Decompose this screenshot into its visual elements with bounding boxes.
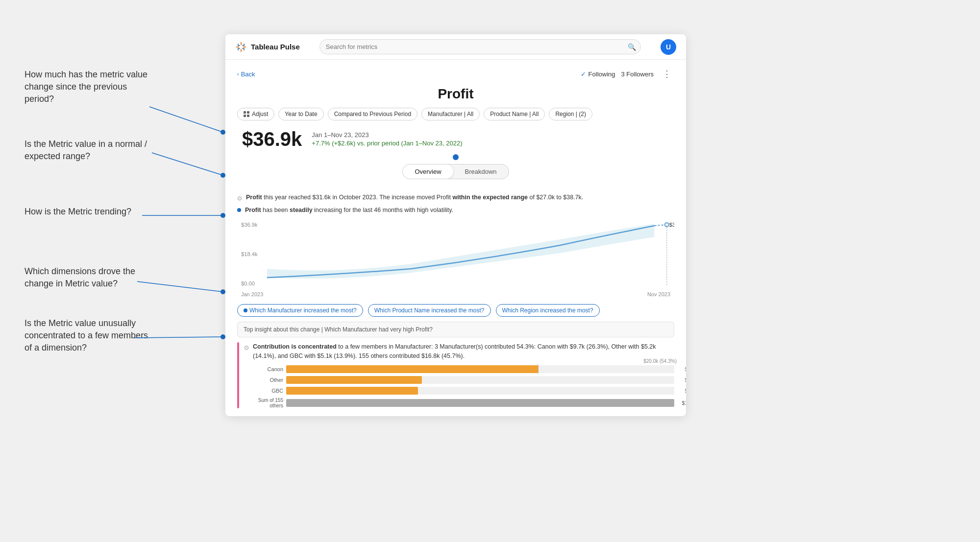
bar-row-canon: Canon $9.7k (26.3%) $20.0k (54.3%) [244, 365, 674, 373]
svg-line-2 [152, 153, 223, 175]
following-button[interactable]: ✓ Following [581, 71, 615, 78]
adjust-icon [244, 111, 249, 117]
trend-chart: $36.9k $18.4k $0.00 $36.9k [237, 220, 674, 288]
change-text: +7.7% (+$2.6k) vs. prior period (Jan 1–N… [312, 140, 462, 147]
bar-row-gbc: GBC $5.1k (13.9%) [244, 387, 674, 395]
bar-track-other: $5.2k (14.1%) [286, 376, 674, 384]
main-value-area: $36.9k Jan 1–Nov 23, 2023 +7.7% (+$2.6k)… [237, 128, 674, 150]
annotation-4: Which dimensions drove the change in Met… [24, 265, 152, 290]
followers-label: 3 Followers [621, 71, 654, 78]
value-details: Jan 1–Nov 23, 2023 +7.7% (+$2.6k) vs. pr… [312, 128, 462, 147]
search-bar[interactable]: 🔍 [319, 39, 641, 54]
manufacturer-filter[interactable]: Manufacturer | All [421, 108, 480, 120]
svg-line-0 [149, 107, 223, 132]
total-marker [538, 364, 539, 375]
tableau-logo-icon [235, 41, 247, 53]
back-button[interactable]: ‹ Back [237, 71, 255, 78]
svg-point-7 [220, 289, 225, 294]
top-insight-bar[interactable]: Top insight about this change | Which Ma… [237, 322, 674, 337]
search-icon: 🔍 [628, 43, 636, 51]
svg-point-1 [220, 130, 225, 135]
region-filter[interactable]: Region | (2) [549, 108, 592, 120]
chart-label-start: Jan 2023 [241, 291, 263, 297]
following-label: Following [588, 71, 615, 78]
content-area: ‹ Back ✓ Following 3 Followers ⋮ Profit [225, 60, 686, 416]
confidence-band [267, 224, 655, 279]
tableau-panel: Tableau Pulse 🔍 U ‹ Back ✓ Following 3 F… [225, 34, 686, 416]
bar-track-others: $16.8k (45.7%) [286, 399, 674, 407]
svg-rect-20 [242, 48, 245, 49]
date-range: Jan 1–Nov 23, 2023 [312, 131, 462, 139]
compared-filter[interactable]: Compared to Previous Period [328, 108, 417, 120]
dim-dot-icon [244, 308, 247, 312]
tab-breakdown[interactable]: Breakdown [453, 165, 509, 179]
bar-track-canon: $9.7k (26.3%) $20.0k (54.3%) [286, 365, 674, 373]
filter-bar: Adjust Year to Date Compared to Previous… [237, 108, 674, 120]
total-label: $20.0k (54.3%) [643, 358, 677, 364]
svg-text:$36.9k: $36.9k [241, 222, 258, 228]
bar-fill-gbc [286, 387, 418, 395]
manufacturer-dimension-button[interactable]: Which Manufacturer increased the most? [237, 304, 363, 317]
user-avatar[interactable]: U [661, 39, 676, 55]
svg-rect-21 [238, 48, 240, 49]
bar-value-others: $16.8k (45.7%) [682, 400, 686, 406]
svg-point-3 [220, 173, 225, 178]
concentration-content: ⊙ Contribution is concentrated to a few … [244, 342, 674, 409]
annotation-5: Is the Metric value unusually concentrat… [24, 317, 152, 354]
svg-point-9 [220, 334, 225, 339]
svg-rect-19 [238, 45, 240, 46]
insight-item-1: ⊙ Profit this year reached $31.6k in Oct… [237, 193, 674, 203]
concentration-text: ⊙ Contribution is concentrated to a few … [244, 342, 674, 361]
adjust-button[interactable]: Adjust [237, 108, 274, 120]
bar-fill-others [286, 399, 674, 407]
year-to-date-filter[interactable]: Year to Date [278, 108, 323, 120]
svg-rect-11 [241, 49, 242, 52]
svg-text:$36.9k: $36.9k [669, 222, 674, 228]
svg-point-5 [220, 213, 225, 218]
svg-text:$18.4k: $18.4k [241, 251, 258, 257]
annotation-2: Is the Metric value in a normal / expect… [24, 138, 152, 163]
svg-rect-12 [236, 47, 239, 47]
bar-label-canon: Canon [244, 366, 283, 372]
chart-label-end: Nov 2023 [647, 291, 670, 297]
bar-value-gbc: $5.1k (13.9%) [685, 388, 686, 394]
annotation-1: How much has the metric value change sin… [24, 69, 152, 106]
svg-text:$0.00: $0.00 [241, 281, 255, 286]
product-name-filter[interactable]: Product Name | All [484, 108, 545, 120]
annotation-3: How is the Metric trending? [24, 206, 131, 218]
tab-overview[interactable]: Overview [403, 165, 453, 179]
concentration-indicator-bar [237, 342, 239, 409]
view-tabs: Overview Breakdown [402, 164, 509, 179]
change-vs: vs. prior period (Jan 1–Nov 23, 2022) [357, 140, 463, 147]
back-chevron-icon: ‹ [237, 71, 239, 77]
bar-value-other: $5.2k (14.1%) [685, 377, 686, 383]
svg-rect-10 [241, 42, 242, 45]
logo-area: Tableau Pulse [235, 41, 300, 53]
svg-rect-13 [243, 47, 246, 47]
back-row: ‹ Back ✓ Following 3 Followers ⋮ [237, 68, 674, 80]
search-input[interactable] [319, 39, 641, 54]
check-icon: ✓ [581, 71, 586, 78]
chart-labels: Jan 2023 Nov 2023 [237, 290, 674, 298]
follow-actions: ✓ Following 3 Followers ⋮ [581, 68, 674, 80]
change-abs: (+$2.6k) [332, 140, 355, 147]
region-dimension-button[interactable]: Which Region increased the most? [496, 304, 600, 317]
product-name-dimension-button[interactable]: Which Product Name increased the most? [368, 304, 491, 317]
chart-area: $36.9k $18.4k $0.00 $36.9k [237, 220, 674, 288]
bar-label-others: Sum of 155 others [244, 398, 283, 408]
bar-chart-area: Canon $9.7k (26.3%) $20.0k (54.3%) Other [244, 365, 674, 408]
more-options-button[interactable]: ⋮ [660, 68, 674, 80]
followers-button[interactable]: 3 Followers [621, 71, 654, 78]
annotation-area: How much has the metric value change sin… [0, 0, 225, 542]
concentration-icon: ⊙ [244, 343, 249, 352]
bar-label-other: Other [244, 377, 283, 383]
dimension-row: Which Manufacturer increased the most? W… [237, 304, 674, 317]
bar-fill-other [286, 376, 422, 384]
back-label: Back [241, 71, 255, 78]
bar-value-canon: $9.7k (26.3%) [685, 366, 686, 372]
app-name: Tableau Pulse [251, 43, 300, 51]
change-pct: +7.7% [312, 140, 330, 147]
metric-value: $36.9k [242, 128, 302, 150]
bar-label-gbc: GBC [244, 388, 283, 394]
insight-section: ⊙ Profit this year reached $31.6k in Oct… [237, 193, 674, 215]
